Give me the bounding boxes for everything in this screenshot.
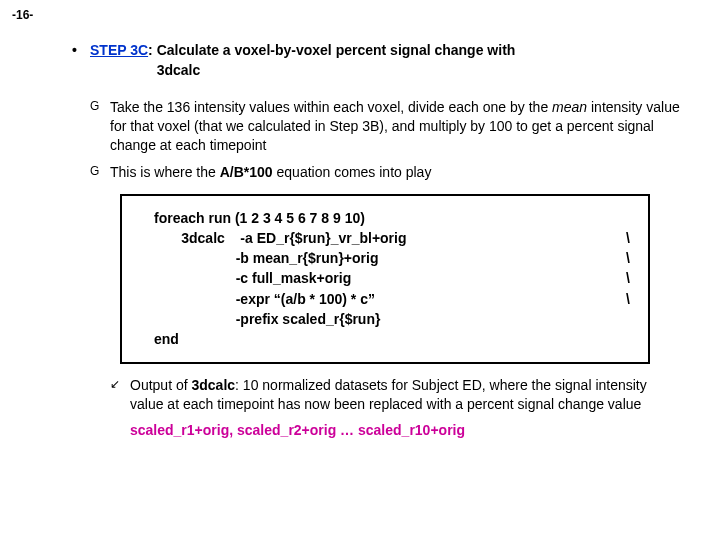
step-heading: • STEP 3C: Calculate a voxel-by-voxel pe…: [72, 42, 680, 58]
code-l6: -prefix scaled_r{$run}: [154, 309, 630, 329]
page-number: -16-: [12, 8, 33, 22]
sub-a-pre: Take the 136 intensity values within eac…: [110, 99, 552, 115]
bullet-dot: •: [72, 42, 90, 58]
sub-b-post: equation comes into play: [273, 164, 432, 180]
step-tool: 3dcalc: [157, 62, 201, 78]
sub-a-mean: mean: [552, 99, 587, 115]
sub-b-pre: This is where the: [110, 164, 220, 180]
step-heading-line2: STEP 3C: 3dcalc: [90, 62, 680, 78]
sub-item-2-text: This is where the A/B*100 equation comes…: [110, 163, 680, 182]
arrow-icon: ↙: [110, 376, 130, 393]
sub-item-1-text: Take the 136 intensity values within eac…: [110, 98, 680, 155]
code-l3: -b mean_r{$run}+orig: [154, 248, 616, 268]
line-continuation-icon: \: [616, 228, 630, 248]
sub-bullet-icon: G: [90, 163, 110, 180]
code-l1: foreach run (1 2 3 4 5 6 7 8 9 10): [154, 208, 630, 228]
step-title-rest: Calculate a voxel-by-voxel percent signa…: [157, 42, 516, 58]
sub-list: G Take the 136 intensity values within e…: [90, 98, 680, 182]
step-heading-text: STEP 3C: Calculate a voxel-by-voxel perc…: [90, 42, 515, 58]
slide-content: • STEP 3C: Calculate a voxel-by-voxel pe…: [72, 42, 680, 440]
output-item: ↙ Output of 3dcalc: 10 normalized datase…: [110, 376, 680, 414]
line-continuation-icon: \: [616, 289, 630, 309]
sub-bullet-icon: G: [90, 98, 110, 115]
code-block: foreach run (1 2 3 4 5 6 7 8 9 10) 3dcal…: [120, 194, 650, 364]
output-cmd: 3dcalc: [191, 377, 235, 393]
output-block: ↙ Output of 3dcalc: 10 normalized datase…: [110, 376, 680, 441]
step-link: STEP 3C: [90, 42, 148, 58]
output-files-line: scaled_r1+orig, scaled_r2+orig … scaled_…: [110, 421, 680, 440]
output-pre: Output of: [130, 377, 191, 393]
code-l7: end: [154, 329, 630, 349]
sub-b-eq: A/B*100: [220, 164, 273, 180]
code-l4: -c full_mask+orig: [154, 268, 616, 288]
line-continuation-icon: \: [616, 248, 630, 268]
line-continuation-icon: \: [616, 268, 630, 288]
step-sep: :: [148, 42, 157, 58]
sub-item-1: G Take the 136 intensity values within e…: [90, 98, 680, 155]
code-l2: 3dcalc -a ED_r{$run}_vr_bl+orig: [154, 228, 616, 248]
output-files: scaled_r1+orig, scaled_r2+orig … scaled_…: [130, 422, 465, 438]
output-text: Output of 3dcalc: 10 normalized datasets…: [130, 376, 680, 414]
sub-item-2: G This is where the A/B*100 equation com…: [90, 163, 680, 182]
code-l5: -expr “(a/b * 100) * c”: [154, 289, 616, 309]
